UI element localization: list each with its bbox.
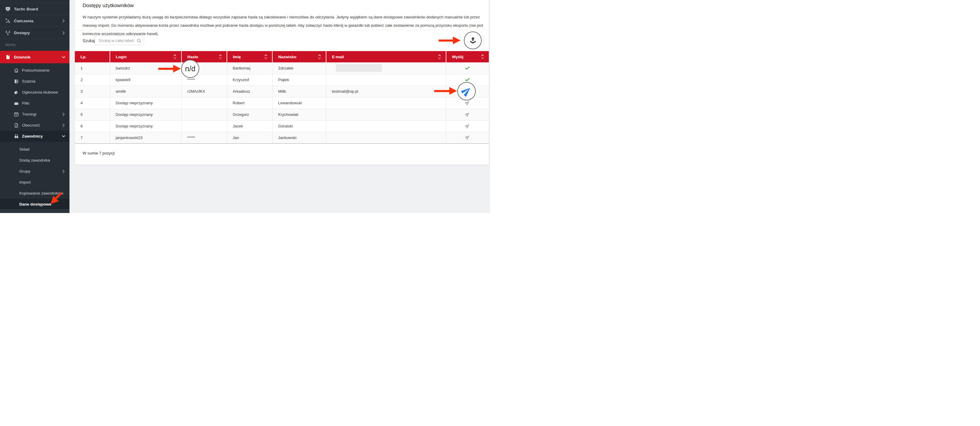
sidebar-bottom-strip	[0, 209, 70, 213]
send-plane-icon[interactable]	[465, 112, 470, 117]
arrow-shaft	[434, 90, 449, 92]
cell-lp: 3	[75, 86, 110, 97]
sidebar-item-dostepy[interactable]: Dostępy	[0, 27, 70, 39]
password-nd-value[interactable]: n/d	[185, 64, 196, 73]
cell-login: kpiatek9	[110, 74, 181, 86]
cell-haslo[interactable]: r2MAcfKX	[181, 86, 227, 97]
cell-imie: Grzegorz	[227, 109, 272, 120]
sidebar-item-pliki[interactable]: Pliki	[0, 98, 70, 109]
cell-lp: 5	[75, 109, 110, 120]
sidebar-item-ogloszenia[interactable]: Ogłoszenia klubowe	[0, 87, 70, 98]
sidebar-item-dziennik[interactable]: Dziennik	[0, 51, 70, 63]
annotation-circle-send	[457, 82, 476, 101]
sidebar-item-dodaj-zawodnika[interactable]: Dodaj zawodnika	[0, 155, 70, 166]
arrow-shaft	[56, 192, 62, 199]
column-header-lp[interactable]: Lp.	[75, 51, 110, 62]
sidebar-item-tactic-board[interactable]: Tactic Board	[0, 3, 70, 15]
sidebar-item-grupy[interactable]: Grupy	[0, 166, 70, 177]
cell-email	[326, 74, 446, 86]
sidebar-item-label: Tactic Board	[14, 7, 38, 11]
users-network-icon	[5, 30, 11, 36]
table-row: 7 janjankowski23 ***** Jan Jankowski	[75, 132, 489, 144]
access-table: Lp. Login Hasło Imię Nazwisko E-mail Wyś…	[75, 51, 489, 144]
sidebar-top-divider	[0, 0, 70, 3]
export-icon-large[interactable]	[469, 37, 477, 45]
cell-haslo	[181, 109, 227, 120]
sort-icon[interactable]	[481, 54, 484, 60]
sidebar-item-podsumowanie[interactable]: Podsumowanie	[0, 65, 70, 76]
svg-text:31: 31	[16, 114, 17, 116]
divider	[75, 30, 489, 30]
sort-icon[interactable]	[318, 54, 321, 60]
annotation-arrow-password	[158, 65, 181, 72]
column-header-login[interactable]: Login	[110, 51, 181, 62]
page-title: Dostępy użytkowników	[83, 3, 134, 9]
sidebar-item-obecnosc[interactable]: Obecność	[0, 120, 70, 131]
cell-login: Dostęp nieprzyznany	[110, 109, 181, 120]
sort-icon[interactable]	[264, 54, 267, 60]
send-plane-icon[interactable]	[465, 100, 470, 105]
strategy-icon	[5, 18, 11, 24]
sidebar-item-label: Zawodnicy	[22, 134, 43, 139]
sidebar-item-label: Ogłoszenia klubowe	[22, 90, 58, 94]
table-row: 2 kpiatek9 ***** Krzysztof Piątek	[75, 74, 489, 86]
cell-haslo[interactable]: *****	[181, 132, 227, 144]
cell-lp: 2	[75, 74, 110, 86]
sort-icon[interactable]	[438, 54, 441, 60]
annotation-circle-export	[464, 32, 482, 49]
cell-login: janjankowski23	[110, 132, 181, 144]
drive-files-icon	[14, 101, 19, 106]
cell-nazwisko: Lewandowski	[272, 97, 326, 109]
sidebar-item-treningi[interactable]: 31 Treningi	[0, 109, 70, 120]
cell-email	[326, 97, 446, 109]
column-header-imie[interactable]: Imię	[227, 51, 272, 62]
cell-lp: 6	[75, 120, 110, 132]
calendar-icon: 31	[14, 112, 19, 117]
cell-wyslij	[446, 62, 489, 74]
search-box	[95, 36, 144, 45]
cell-email	[326, 62, 446, 74]
sort-icon[interactable]	[219, 54, 222, 60]
arrow-shaft	[158, 68, 173, 70]
cell-email	[326, 132, 446, 144]
sidebar-item-cwiczenia[interactable]: Ćwiczenia	[0, 15, 70, 27]
sidebar-item-sklad[interactable]: Skład	[0, 144, 70, 155]
redacted-email-box	[336, 64, 382, 72]
cell-nazwisko: Krychowiak	[272, 109, 326, 120]
cell-imie: Jan	[227, 132, 272, 144]
sidebar-item-zawodnicy[interactable]: Zawodnicy	[0, 131, 70, 142]
sort-icon[interactable]	[173, 54, 177, 60]
sidebar: Tactic Board Ćwiczenia Dostępy MENU Dzie…	[0, 0, 70, 213]
cell-wyslij[interactable]	[446, 120, 489, 132]
cell-login: amilik	[110, 86, 181, 97]
send-plane-icon[interactable]	[465, 134, 470, 140]
column-header-nazwisko[interactable]: Nazwisko	[272, 51, 326, 62]
sidebar-item-szatnia[interactable]: Szatnia	[0, 76, 70, 87]
column-header-email[interactable]: E-mail	[326, 51, 446, 62]
send-plane-active-icon[interactable]	[461, 86, 472, 97]
table-summary: W sumie 7 pozycji	[83, 151, 115, 155]
cell-wyslij[interactable]	[446, 109, 489, 120]
page-description: W naszym systemie przykładamy dużą uwagę…	[83, 13, 484, 38]
sidebar-item-label: Import	[19, 180, 31, 185]
annotation-arrow-send	[434, 87, 457, 95]
cell-imie: Bartłomiej	[227, 62, 272, 74]
arrow-head	[173, 65, 181, 72]
cell-wyslij[interactable]	[446, 132, 489, 144]
locker-room-door-icon	[14, 79, 19, 84]
chevron-down-icon	[62, 134, 65, 138]
cell-lp: 7	[75, 132, 110, 144]
chevron-right-icon	[62, 19, 65, 22]
sidebar-item-label: Szatnia	[22, 79, 35, 83]
cell-haslo	[181, 120, 227, 132]
sidebar-item-label: Ćwiczenia	[14, 19, 33, 23]
column-header-wyslij[interactable]: Wyślij	[446, 51, 489, 62]
send-plane-icon[interactable]	[465, 123, 470, 128]
arrow-head	[449, 87, 457, 95]
sidebar-item-label: Dane dostępowe	[19, 202, 51, 206]
table-row: 1 bartzdrz Bartłomiej Zdrzałek	[75, 62, 489, 74]
table-header-row: Lp. Login Hasło Imię Nazwisko E-mail Wyś…	[75, 51, 489, 62]
sidebar-item-import[interactable]: Import	[0, 177, 70, 188]
sidebar-item-label: Skład	[19, 147, 29, 152]
cell-nazwisko: Milik	[272, 86, 326, 97]
